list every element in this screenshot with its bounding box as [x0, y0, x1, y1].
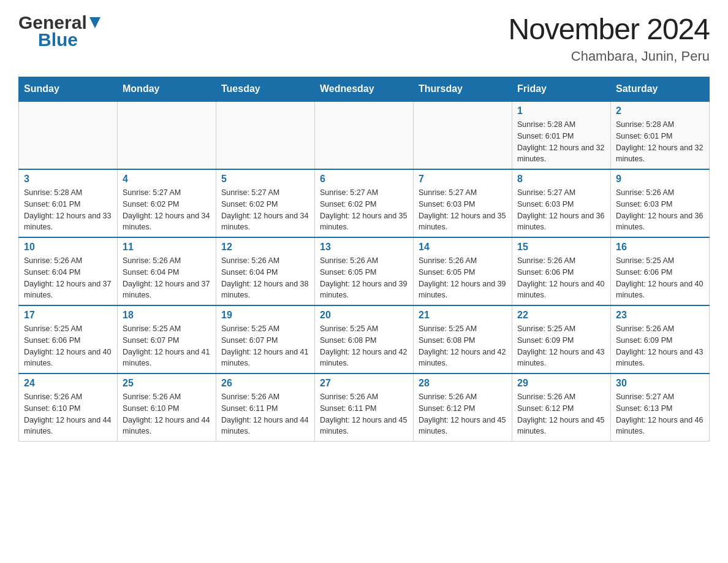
day-info: Sunrise: 5:26 AMSunset: 6:04 PMDaylight:…: [123, 255, 211, 301]
calendar-week-3: 10Sunrise: 5:26 AMSunset: 6:04 PMDayligh…: [19, 237, 710, 305]
calendar-cell: 16Sunrise: 5:25 AMSunset: 6:06 PMDayligh…: [611, 237, 710, 305]
calendar-cell: 13Sunrise: 5:26 AMSunset: 6:05 PMDayligh…: [315, 237, 414, 305]
logo-line2: Blue: [18, 29, 78, 50]
day-info: Sunrise: 5:25 AMSunset: 6:08 PMDaylight:…: [320, 323, 408, 369]
calendar-cell: 18Sunrise: 5:25 AMSunset: 6:07 PMDayligh…: [118, 305, 216, 373]
day-number: 18: [123, 310, 211, 321]
day-number: 23: [616, 310, 704, 321]
day-number: 7: [419, 174, 507, 185]
logo: General Blue: [18, 12, 100, 50]
day-number: 12: [221, 242, 309, 253]
calendar-cell: [216, 101, 315, 169]
day-number: 4: [123, 174, 211, 185]
svg-marker-0: [89, 17, 100, 28]
day-info: Sunrise: 5:26 AMSunset: 6:11 PMDaylight:…: [221, 391, 309, 437]
calendar-cell: 4Sunrise: 5:27 AMSunset: 6:02 PMDaylight…: [118, 169, 216, 237]
col-monday: Monday: [118, 77, 216, 102]
calendar-cell: 17Sunrise: 5:25 AMSunset: 6:06 PMDayligh…: [19, 305, 118, 373]
day-info: Sunrise: 5:26 AMSunset: 6:04 PMDaylight:…: [221, 255, 309, 301]
day-number: 14: [419, 242, 507, 253]
calendar-header-row: Sunday Monday Tuesday Wednesday Thursday…: [19, 77, 710, 102]
day-info: Sunrise: 5:27 AMSunset: 6:02 PMDaylight:…: [123, 187, 211, 233]
calendar-cell: 12Sunrise: 5:26 AMSunset: 6:04 PMDayligh…: [216, 237, 315, 305]
calendar-cell: [315, 101, 414, 169]
calendar-cell: 21Sunrise: 5:25 AMSunset: 6:08 PMDayligh…: [414, 305, 512, 373]
col-wednesday: Wednesday: [315, 77, 414, 102]
calendar-cell: 19Sunrise: 5:25 AMSunset: 6:07 PMDayligh…: [216, 305, 315, 373]
day-number: 1: [517, 105, 605, 117]
day-info: Sunrise: 5:28 AMSunset: 6:01 PMDaylight:…: [616, 119, 704, 165]
calendar-cell: 11Sunrise: 5:26 AMSunset: 6:04 PMDayligh…: [118, 237, 216, 305]
day-number: 27: [320, 378, 408, 389]
day-info: Sunrise: 5:27 AMSunset: 6:03 PMDaylight:…: [419, 187, 507, 233]
col-sunday: Sunday: [19, 77, 118, 102]
day-number: 22: [517, 310, 605, 321]
calendar-week-4: 17Sunrise: 5:25 AMSunset: 6:06 PMDayligh…: [19, 305, 710, 373]
day-number: 26: [221, 378, 309, 389]
day-info: Sunrise: 5:26 AMSunset: 6:04 PMDaylight:…: [24, 255, 112, 301]
day-number: 20: [320, 310, 408, 321]
calendar-cell: 28Sunrise: 5:26 AMSunset: 6:12 PMDayligh…: [414, 373, 512, 442]
calendar-cell: 3Sunrise: 5:28 AMSunset: 6:01 PMDaylight…: [19, 169, 118, 237]
day-info: Sunrise: 5:26 AMSunset: 6:11 PMDaylight:…: [320, 391, 408, 437]
day-info: Sunrise: 5:26 AMSunset: 6:12 PMDaylight:…: [517, 391, 605, 437]
calendar-week-5: 24Sunrise: 5:26 AMSunset: 6:10 PMDayligh…: [19, 373, 710, 442]
calendar-cell: 6Sunrise: 5:27 AMSunset: 6:02 PMDaylight…: [315, 169, 414, 237]
day-info: Sunrise: 5:25 AMSunset: 6:07 PMDaylight:…: [221, 323, 309, 369]
day-info: Sunrise: 5:25 AMSunset: 6:06 PMDaylight:…: [24, 323, 112, 369]
day-number: 3: [24, 174, 112, 185]
day-info: Sunrise: 5:27 AMSunset: 6:13 PMDaylight:…: [616, 391, 704, 437]
calendar-cell: 27Sunrise: 5:26 AMSunset: 6:11 PMDayligh…: [315, 373, 414, 442]
day-number: 9: [616, 174, 704, 185]
day-number: 19: [221, 310, 309, 321]
day-info: Sunrise: 5:26 AMSunset: 6:06 PMDaylight:…: [517, 255, 605, 301]
day-info: Sunrise: 5:28 AMSunset: 6:01 PMDaylight:…: [24, 187, 112, 233]
day-info: Sunrise: 5:26 AMSunset: 6:05 PMDaylight:…: [320, 255, 408, 301]
day-info: Sunrise: 5:25 AMSunset: 6:07 PMDaylight:…: [123, 323, 211, 369]
day-number: 25: [123, 378, 211, 389]
title-area: November 2024 Chambara, Junin, Peru: [508, 12, 710, 64]
calendar-cell: 1Sunrise: 5:28 AMSunset: 6:01 PMDaylight…: [512, 101, 611, 169]
day-number: 10: [24, 242, 112, 253]
day-info: Sunrise: 5:26 AMSunset: 6:09 PMDaylight:…: [616, 323, 704, 369]
day-info: Sunrise: 5:26 AMSunset: 6:03 PMDaylight:…: [616, 187, 704, 233]
calendar-cell: 7Sunrise: 5:27 AMSunset: 6:03 PMDaylight…: [414, 169, 512, 237]
col-tuesday: Tuesday: [216, 77, 315, 102]
calendar-cell: 20Sunrise: 5:25 AMSunset: 6:08 PMDayligh…: [315, 305, 414, 373]
calendar-cell: 25Sunrise: 5:26 AMSunset: 6:10 PMDayligh…: [118, 373, 216, 442]
day-number: 15: [517, 242, 605, 253]
calendar: Sunday Monday Tuesday Wednesday Thursday…: [18, 77, 710, 442]
calendar-cell: 29Sunrise: 5:26 AMSunset: 6:12 PMDayligh…: [512, 373, 611, 442]
day-info: Sunrise: 5:26 AMSunset: 6:10 PMDaylight:…: [24, 391, 112, 437]
day-info: Sunrise: 5:25 AMSunset: 6:06 PMDaylight:…: [616, 255, 704, 301]
day-number: 28: [419, 378, 507, 389]
day-number: 17: [24, 310, 112, 321]
calendar-cell: 30Sunrise: 5:27 AMSunset: 6:13 PMDayligh…: [611, 373, 710, 442]
calendar-cell: 2Sunrise: 5:28 AMSunset: 6:01 PMDaylight…: [611, 101, 710, 169]
header: General Blue November 2024 Chambara, Jun…: [18, 12, 710, 64]
day-number: 21: [419, 310, 507, 321]
calendar-cell: 15Sunrise: 5:26 AMSunset: 6:06 PMDayligh…: [512, 237, 611, 305]
calendar-cell: 26Sunrise: 5:26 AMSunset: 6:11 PMDayligh…: [216, 373, 315, 442]
day-info: Sunrise: 5:26 AMSunset: 6:12 PMDaylight:…: [419, 391, 507, 437]
day-info: Sunrise: 5:25 AMSunset: 6:08 PMDaylight:…: [419, 323, 507, 369]
day-info: Sunrise: 5:26 AMSunset: 6:10 PMDaylight:…: [123, 391, 211, 437]
day-number: 11: [123, 242, 211, 253]
day-number: 2: [616, 105, 704, 117]
day-info: Sunrise: 5:27 AMSunset: 6:02 PMDaylight:…: [221, 187, 309, 233]
calendar-cell: [118, 101, 216, 169]
calendar-cell: 22Sunrise: 5:25 AMSunset: 6:09 PMDayligh…: [512, 305, 611, 373]
day-info: Sunrise: 5:27 AMSunset: 6:02 PMDaylight:…: [320, 187, 408, 233]
day-info: Sunrise: 5:27 AMSunset: 6:03 PMDaylight:…: [517, 187, 605, 233]
col-thursday: Thursday: [414, 77, 512, 102]
calendar-cell: 9Sunrise: 5:26 AMSunset: 6:03 PMDaylight…: [611, 169, 710, 237]
day-number: 5: [221, 174, 309, 185]
logo-triangle-icon: [89, 17, 100, 31]
day-number: 24: [24, 378, 112, 389]
month-year: November 2024: [508, 12, 710, 46]
calendar-cell: [19, 101, 118, 169]
day-info: Sunrise: 5:26 AMSunset: 6:05 PMDaylight:…: [419, 255, 507, 301]
calendar-week-2: 3Sunrise: 5:28 AMSunset: 6:01 PMDaylight…: [19, 169, 710, 237]
day-number: 16: [616, 242, 704, 253]
day-number: 13: [320, 242, 408, 253]
